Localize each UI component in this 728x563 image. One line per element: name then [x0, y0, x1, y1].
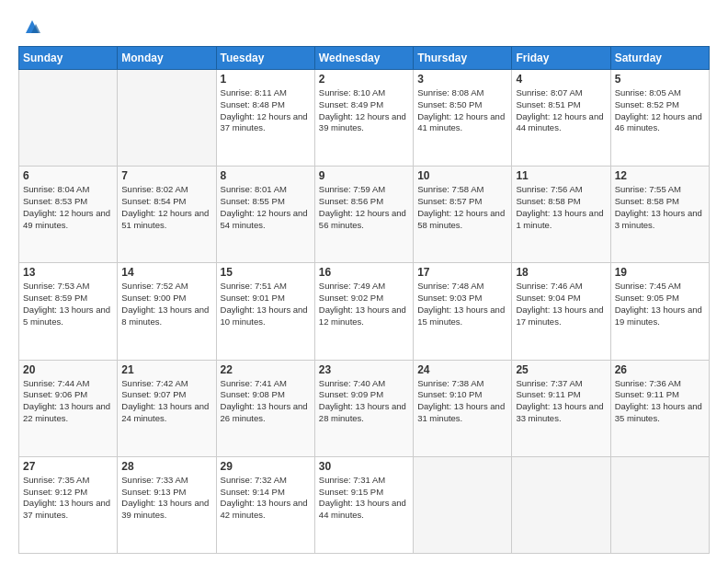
day-content: Sunrise: 7:35 AM Sunset: 9:12 PM Dayligh…: [23, 475, 113, 522]
calendar-cell: 23Sunrise: 7:40 AM Sunset: 9:09 PM Dayli…: [314, 360, 413, 456]
header: [18, 17, 710, 37]
calendar-cell: 5Sunrise: 8:05 AM Sunset: 8:52 PM Daylig…: [610, 70, 709, 167]
day-number: 27: [23, 460, 113, 473]
day-number: 25: [516, 363, 606, 376]
calendar-cell: 25Sunrise: 7:37 AM Sunset: 9:11 PM Dayli…: [512, 360, 610, 456]
calendar-cell: 4Sunrise: 8:07 AM Sunset: 8:51 PM Daylig…: [512, 70, 610, 167]
day-content: Sunrise: 7:46 AM Sunset: 9:04 PM Dayligh…: [516, 281, 606, 327]
day-content: Sunrise: 7:45 AM Sunset: 9:05 PM Dayligh…: [615, 281, 705, 327]
calendar-cell: 11Sunrise: 7:56 AM Sunset: 8:58 PM Dayli…: [512, 167, 610, 263]
day-content: Sunrise: 7:56 AM Sunset: 8:58 PM Dayligh…: [516, 184, 606, 231]
calendar-cell: [610, 456, 709, 553]
day-content: Sunrise: 7:37 AM Sunset: 9:11 PM Dayligh…: [516, 378, 606, 425]
day-content: Sunrise: 7:33 AM Sunset: 9:13 PM Dayligh…: [121, 475, 211, 522]
day-number: 20: [23, 363, 113, 376]
day-number: 4: [516, 73, 606, 86]
day-number: 11: [516, 169, 606, 182]
page: SundayMondayTuesdayWednesdayThursdayFrid…: [0, 0, 728, 563]
day-content: Sunrise: 7:52 AM Sunset: 9:00 PM Dayligh…: [121, 281, 211, 327]
calendar-cell: 15Sunrise: 7:51 AM Sunset: 9:01 PM Dayli…: [216, 263, 314, 360]
calendar-cell: 29Sunrise: 7:32 AM Sunset: 9:14 PM Dayli…: [216, 456, 314, 553]
calendar-cell: 19Sunrise: 7:45 AM Sunset: 9:05 PM Dayli…: [610, 263, 709, 360]
day-content: Sunrise: 7:38 AM Sunset: 9:10 PM Dayligh…: [417, 378, 507, 425]
day-content: Sunrise: 8:04 AM Sunset: 8:53 PM Dayligh…: [23, 184, 113, 231]
calendar-week-1: 1Sunrise: 8:11 AM Sunset: 8:48 PM Daylig…: [19, 70, 710, 167]
day-content: Sunrise: 8:05 AM Sunset: 8:52 PM Dayligh…: [615, 87, 705, 134]
calendar-cell: [19, 70, 118, 167]
calendar-cell: 9Sunrise: 7:59 AM Sunset: 8:56 PM Daylig…: [314, 167, 413, 263]
day-content: Sunrise: 8:11 AM Sunset: 8:48 PM Dayligh…: [221, 87, 311, 134]
calendar-cell: 28Sunrise: 7:33 AM Sunset: 9:13 PM Dayli…: [118, 456, 216, 553]
day-content: Sunrise: 7:53 AM Sunset: 8:59 PM Dayligh…: [23, 281, 113, 327]
calendar-cell: 7Sunrise: 8:02 AM Sunset: 8:54 PM Daylig…: [118, 167, 216, 263]
day-number: 24: [417, 363, 507, 376]
calendar-cell: 30Sunrise: 7:31 AM Sunset: 9:15 PM Dayli…: [314, 456, 413, 553]
calendar-cell: 26Sunrise: 7:36 AM Sunset: 9:11 PM Dayli…: [610, 360, 709, 456]
day-number: 2: [319, 73, 409, 86]
day-number: 14: [121, 266, 211, 279]
calendar-cell: 22Sunrise: 7:41 AM Sunset: 9:08 PM Dayli…: [216, 360, 314, 456]
weekday-header-wednesday: Wednesday: [314, 47, 413, 70]
calendar-cell: 6Sunrise: 8:04 AM Sunset: 8:53 PM Daylig…: [19, 167, 118, 263]
calendar-cell: 8Sunrise: 8:01 AM Sunset: 8:55 PM Daylig…: [216, 167, 314, 263]
day-content: Sunrise: 7:40 AM Sunset: 9:09 PM Dayligh…: [319, 378, 409, 425]
day-number: 9: [319, 169, 409, 182]
day-number: 30: [319, 460, 409, 473]
day-content: Sunrise: 7:59 AM Sunset: 8:56 PM Dayligh…: [319, 184, 409, 231]
calendar-cell: 10Sunrise: 7:58 AM Sunset: 8:57 PM Dayli…: [414, 167, 512, 263]
day-number: 28: [121, 460, 211, 473]
day-number: 13: [23, 266, 113, 279]
day-number: 15: [221, 266, 311, 279]
day-content: Sunrise: 7:44 AM Sunset: 9:06 PM Dayligh…: [23, 378, 113, 425]
logo-icon: [22, 17, 42, 37]
day-content: Sunrise: 7:51 AM Sunset: 9:01 PM Dayligh…: [221, 281, 311, 327]
day-content: Sunrise: 8:10 AM Sunset: 8:49 PM Dayligh…: [319, 87, 409, 134]
day-number: 19: [615, 266, 705, 279]
day-number: 16: [319, 266, 409, 279]
day-number: 26: [615, 363, 705, 376]
weekday-header-saturday: Saturday: [610, 47, 709, 70]
day-number: 12: [615, 169, 705, 182]
calendar-cell: 1Sunrise: 8:11 AM Sunset: 8:48 PM Daylig…: [216, 70, 314, 167]
weekday-header-tuesday: Tuesday: [216, 47, 314, 70]
day-content: Sunrise: 8:01 AM Sunset: 8:55 PM Dayligh…: [221, 184, 311, 231]
weekday-header-friday: Friday: [512, 47, 610, 70]
day-content: Sunrise: 7:36 AM Sunset: 9:11 PM Dayligh…: [615, 378, 705, 425]
day-content: Sunrise: 8:08 AM Sunset: 8:50 PM Dayligh…: [417, 87, 507, 134]
calendar-cell: 14Sunrise: 7:52 AM Sunset: 9:00 PM Dayli…: [118, 263, 216, 360]
calendar-cell: 18Sunrise: 7:46 AM Sunset: 9:04 PM Dayli…: [512, 263, 610, 360]
calendar-cell: 16Sunrise: 7:49 AM Sunset: 9:02 PM Dayli…: [314, 263, 413, 360]
day-content: Sunrise: 7:41 AM Sunset: 9:08 PM Dayligh…: [221, 378, 311, 425]
weekday-header-row: SundayMondayTuesdayWednesdayThursdayFrid…: [19, 47, 710, 70]
weekday-header-monday: Monday: [118, 47, 216, 70]
day-number: 7: [121, 169, 211, 182]
weekday-header-sunday: Sunday: [19, 47, 118, 70]
day-number: 22: [221, 363, 311, 376]
day-number: 1: [221, 73, 311, 86]
weekday-header-thursday: Thursday: [414, 47, 512, 70]
calendar-cell: 20Sunrise: 7:44 AM Sunset: 9:06 PM Dayli…: [19, 360, 118, 456]
calendar-cell: 17Sunrise: 7:48 AM Sunset: 9:03 PM Dayli…: [414, 263, 512, 360]
day-number: 17: [417, 266, 507, 279]
day-content: Sunrise: 8:02 AM Sunset: 8:54 PM Dayligh…: [121, 184, 211, 231]
calendar-cell: [118, 70, 216, 167]
calendar-cell: 12Sunrise: 7:55 AM Sunset: 8:58 PM Dayli…: [610, 167, 709, 263]
day-content: Sunrise: 8:07 AM Sunset: 8:51 PM Dayligh…: [516, 87, 606, 134]
calendar-table: SundayMondayTuesdayWednesdayThursdayFrid…: [18, 46, 710, 554]
day-number: 21: [121, 363, 211, 376]
calendar-week-2: 6Sunrise: 8:04 AM Sunset: 8:53 PM Daylig…: [19, 167, 710, 263]
day-content: Sunrise: 7:32 AM Sunset: 9:14 PM Dayligh…: [221, 475, 311, 522]
calendar-cell: 24Sunrise: 7:38 AM Sunset: 9:10 PM Dayli…: [414, 360, 512, 456]
calendar-cell: 2Sunrise: 8:10 AM Sunset: 8:49 PM Daylig…: [314, 70, 413, 167]
calendar-cell: 21Sunrise: 7:42 AM Sunset: 9:07 PM Dayli…: [118, 360, 216, 456]
day-number: 5: [615, 73, 705, 86]
calendar-cell: [414, 456, 512, 553]
calendar-cell: 27Sunrise: 7:35 AM Sunset: 9:12 PM Dayli…: [19, 456, 118, 553]
calendar-cell: 13Sunrise: 7:53 AM Sunset: 8:59 PM Dayli…: [19, 263, 118, 360]
day-content: Sunrise: 7:42 AM Sunset: 9:07 PM Dayligh…: [121, 378, 211, 425]
calendar-week-5: 27Sunrise: 7:35 AM Sunset: 9:12 PM Dayli…: [19, 456, 710, 553]
day-number: 6: [23, 169, 113, 182]
calendar-week-3: 13Sunrise: 7:53 AM Sunset: 8:59 PM Dayli…: [19, 263, 710, 360]
day-number: 18: [516, 266, 606, 279]
calendar-cell: [512, 456, 610, 553]
